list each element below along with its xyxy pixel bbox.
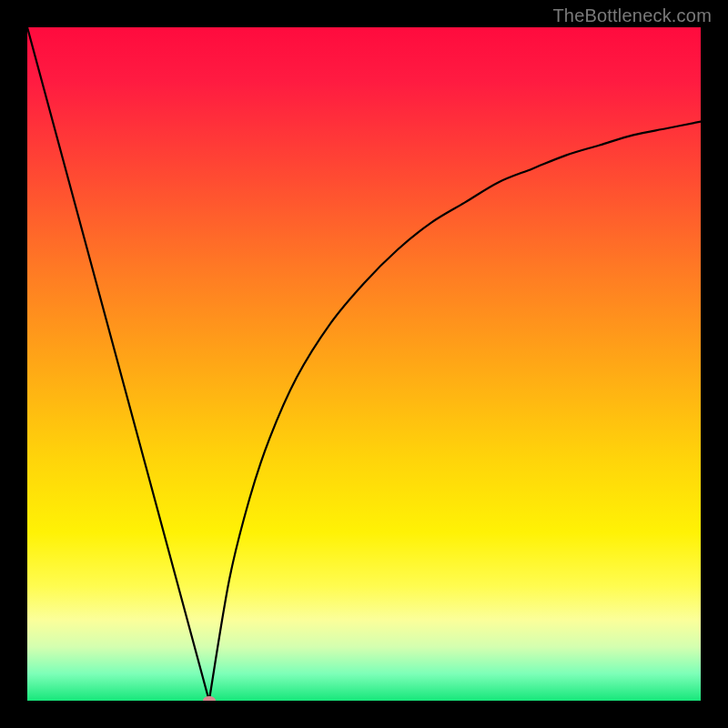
plot-area [27,27,701,701]
watermark-text: TheBottleneck.com [552,5,712,26]
bottleneck-curve [27,27,701,701]
minimum-marker [203,696,216,701]
curve-path [27,27,701,701]
chart-frame: TheBottleneck.com [0,0,728,728]
